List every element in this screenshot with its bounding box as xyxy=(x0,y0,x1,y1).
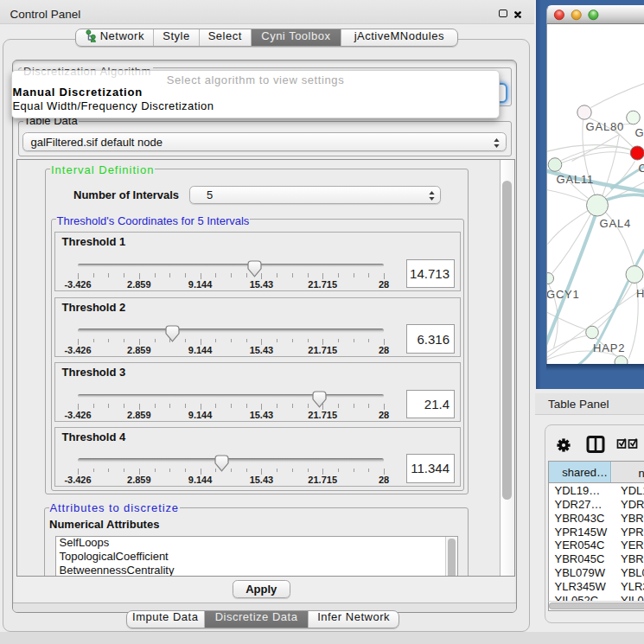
svg-text:C: C xyxy=(638,162,644,175)
svg-text:GA: GA xyxy=(634,125,644,138)
svg-text:GAL80: GAL80 xyxy=(585,120,623,133)
svg-text:HAP2: HAP2 xyxy=(593,341,625,354)
svg-text:GAL4: GAL4 xyxy=(599,217,630,230)
svg-text:GCY1: GCY1 xyxy=(547,287,580,300)
svg-text:GAL11: GAL11 xyxy=(556,173,594,186)
svg-text:H: H xyxy=(636,287,644,300)
